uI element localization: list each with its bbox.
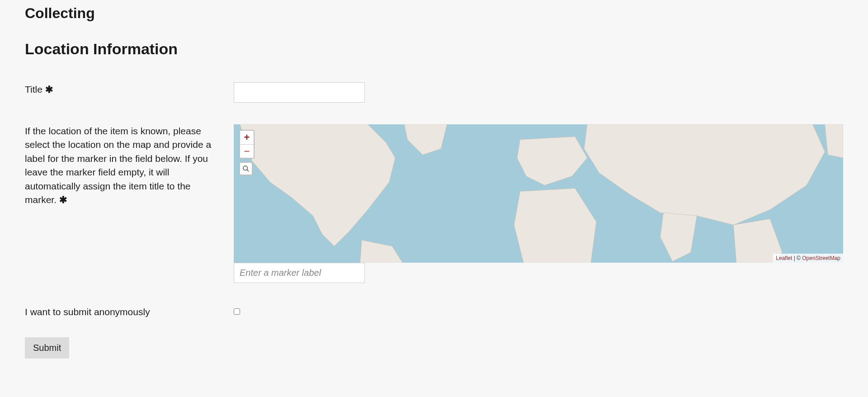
zoom-out-button[interactable]: − — [240, 144, 254, 158]
svg-point-1 — [243, 166, 247, 170]
required-asterisk: ✱ — [59, 194, 67, 205]
location-instructions: If the location of the item is known, pl… — [25, 124, 234, 207]
leaflet-link[interactable]: Leaflet — [776, 255, 792, 261]
map-search-button[interactable] — [239, 162, 253, 175]
submit-button[interactable]: Submit — [25, 337, 69, 359]
location-row: If the location of the item is known, pl… — [25, 124, 843, 283]
map[interactable]: + − Leaflet | © OpenStreetMap — [234, 124, 843, 263]
map-controls: + − — [239, 130, 255, 175]
page-title: Collecting — [25, 2, 843, 24]
title-row: Title ✱ — [25, 82, 843, 103]
section-heading: Location Information — [25, 38, 843, 61]
map-tiles — [234, 124, 843, 263]
map-attribution: Leaflet | © OpenStreetMap — [773, 254, 843, 263]
search-icon — [242, 165, 250, 172]
anonymous-checkbox[interactable] — [234, 308, 240, 315]
svg-line-2 — [247, 170, 249, 171]
zoom-group: + − — [239, 130, 255, 159]
location-instructions-text: If the location of the item is known, pl… — [25, 126, 211, 205]
title-input[interactable] — [234, 82, 365, 103]
title-label-text: Title — [25, 84, 42, 95]
marker-label-input[interactable] — [234, 263, 365, 283]
anonymous-label: I want to submit anonymously — [25, 305, 234, 319]
zoom-in-button[interactable]: + — [240, 131, 254, 144]
attribution-sep: | © — [792, 255, 802, 261]
title-label: Title ✱ — [25, 82, 234, 97]
osm-link[interactable]: OpenStreetMap — [802, 255, 840, 261]
anonymous-row: I want to submit anonymously — [25, 305, 843, 319]
required-asterisk: ✱ — [45, 84, 53, 95]
